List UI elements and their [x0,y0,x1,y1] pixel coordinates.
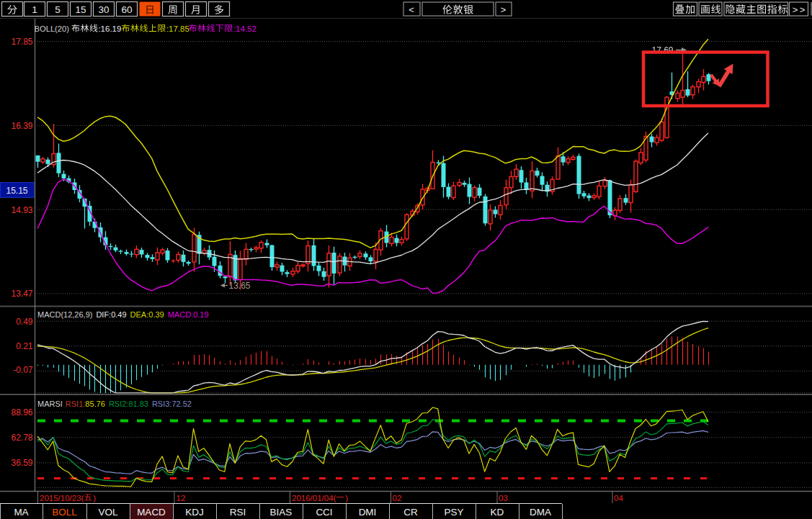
svg-text:<: < [409,4,414,15]
svg-text:2015/10/23(: 2015/10/23( [40,494,84,502]
svg-text:VOL: VOL [98,507,118,518]
svg-text:>: > [501,4,507,15]
svg-text::17.85: :17.85 [166,24,189,33]
svg-text:85.76: 85.76 [85,400,105,408]
svg-text:17.85: 17.85 [11,37,32,47]
svg-text:14.93: 14.93 [11,205,32,215]
svg-text:DMI: DMI [359,507,377,518]
svg-text:36.59: 36.59 [11,458,32,468]
svg-text:DMA: DMA [530,507,551,518]
svg-text:04: 04 [614,494,623,502]
svg-text:MACD: MACD [137,507,166,518]
svg-text:BOLL(20): BOLL(20) [35,24,70,33]
svg-text:KD: KD [491,507,504,518]
svg-text:MA: MA [14,507,28,518]
svg-text:16.39: 16.39 [11,121,32,131]
svg-text:15: 15 [75,4,86,15]
svg-text:RSI3:72.52: RSI3:72.52 [152,400,192,408]
svg-text::14.52: :14.52 [233,24,256,33]
svg-text::16.19: :16.19 [98,24,121,33]
svg-text:RSI1:: RSI1: [66,400,86,408]
svg-text:0.49: 0.49 [16,317,33,327]
svg-text:12: 12 [177,494,186,502]
svg-text:88.96: 88.96 [11,407,32,418]
svg-text:KDJ: KDJ [185,507,204,518]
svg-text:30: 30 [98,4,109,15]
svg-text:62.78: 62.78 [11,433,32,443]
svg-text:CCI: CCI [316,507,332,518]
svg-text:CR: CR [403,507,418,518]
svg-text:>: > [800,4,806,15]
svg-text:PSY: PSY [444,507,463,518]
svg-text:>: > [793,4,798,15]
svg-text:-0.07: -0.07 [13,365,33,375]
svg-text:BIAS: BIAS [270,507,293,518]
svg-text:13.47: 13.47 [11,289,32,299]
svg-text:DEA:0.39: DEA:0.39 [130,310,164,319]
svg-text:13.65: 13.65 [229,281,251,291]
svg-text:BOLL: BOLL [52,507,77,518]
svg-text:03: 03 [499,494,508,502]
svg-text:MACD(12,26,9): MACD(12,26,9) [37,310,92,319]
svg-text:15.15: 15.15 [6,186,27,196]
svg-text:RSI2:81.83: RSI2:81.83 [109,400,148,408]
svg-text:DIF:0.49: DIF:0.49 [96,310,126,319]
svg-text:02: 02 [393,494,402,502]
svg-text:MACD:0.19: MACD:0.19 [168,310,209,319]
svg-text:0.21: 0.21 [16,341,33,351]
svg-text:2016/01/04(: 2016/01/04( [292,494,336,502]
svg-text:MARSI: MARSI [37,400,63,408]
svg-text:60: 60 [121,4,132,15]
svg-text:): ) [93,494,96,502]
svg-text:): ) [345,494,348,502]
svg-text:5: 5 [55,4,61,15]
svg-text:RSI: RSI [230,507,246,518]
svg-text:1: 1 [32,4,37,15]
